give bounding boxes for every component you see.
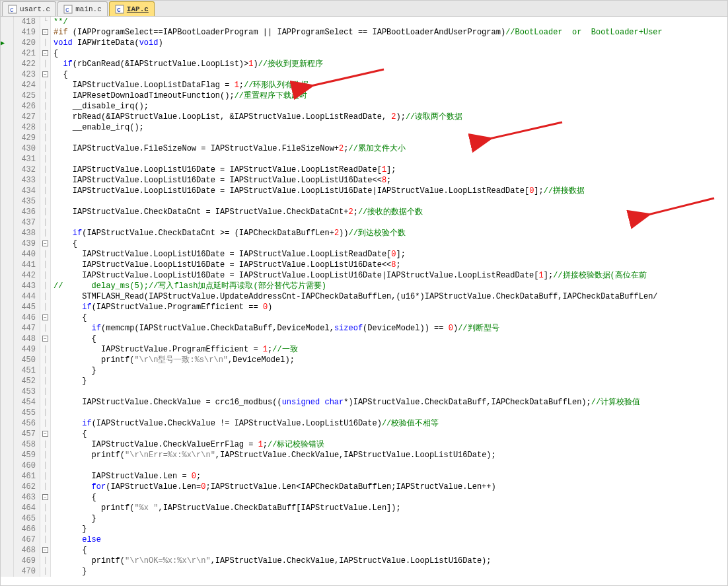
fold-gutter[interactable]: │ <box>40 143 51 154</box>
code-text[interactable]: void IAPWriteData(void) <box>51 38 727 48</box>
code-line[interactable]: 447│ if(memcmp(IAPStructValue.CheckDataB… <box>1 323 727 334</box>
fold-gutter[interactable]: │ <box>40 217 51 228</box>
code-line[interactable]: 437│ <box>1 217 727 228</box>
breakpoint-margin[interactable] <box>1 207 14 217</box>
code-text[interactable]: printf("\r\nErr=%x:%x\r\n",IAPStructValu… <box>51 450 727 460</box>
code-text[interactable]: __disable_irq(); <box>51 101 727 112</box>
code-editor[interactable]: 418└**/419−#if (IAPProgramSelect==IAPBoo… <box>1 17 727 585</box>
breakpoint-margin[interactable] <box>1 460 14 471</box>
fold-gutter[interactable]: − <box>40 429 51 439</box>
code-text[interactable]: IAPStructValue.ProgramEfficient = 1;//一致 <box>51 344 727 355</box>
code-text[interactable]: IAPStructValue.Len = 0; <box>51 471 727 482</box>
code-text[interactable] <box>51 154 727 165</box>
breakpoint-margin[interactable] <box>1 439 14 450</box>
fold-gutter[interactable]: │ <box>40 260 51 270</box>
code-text[interactable]: __enable_irq(); <box>51 122 727 133</box>
breakpoint-margin[interactable] <box>1 418 14 429</box>
fold-gutter[interactable]: − <box>40 48 51 59</box>
tab-iap[interactable]: c IAP.c <box>109 1 155 16</box>
breakpoint-margin[interactable]: ▶ <box>1 38 14 48</box>
code-text[interactable]: // delay_ms(5);//写入flash加点延时再读取(部分替代芯片需要… <box>51 281 727 291</box>
code-line[interactable]: 466│ } <box>1 524 727 534</box>
fold-gutter[interactable]: │ <box>40 439 51 450</box>
code-line[interactable]: 459│ printf("\r\nErr=%x:%x\r\n",IAPStruc… <box>1 450 727 460</box>
fold-minus-icon[interactable]: − <box>42 547 48 553</box>
breakpoint-margin[interactable] <box>1 91 14 101</box>
code-line[interactable]: 448− { <box>1 334 727 344</box>
fold-gutter[interactable]: │ <box>40 386 51 397</box>
code-line[interactable]: 462│ for(IAPStructValue.Len=0;IAPStructV… <box>1 482 727 492</box>
code-line[interactable]: 443│// delay_ms(5);//写入flash加点延时再读取(部分替代… <box>1 281 727 291</box>
code-text[interactable]: for(IAPStructValue.Len=0;IAPStructValue.… <box>51 482 727 492</box>
fold-gutter[interactable]: │ <box>40 196 51 207</box>
code-text[interactable]: printf("\r\nOK=%x:%x\r\n",IAPStructValue… <box>51 556 727 566</box>
code-line[interactable]: 427│ rbRead(&IAPStructValue.LoopList, &I… <box>1 112 727 122</box>
breakpoint-margin[interactable] <box>1 334 14 344</box>
code-line[interactable]: 426│ __disable_irq(); <box>1 101 727 112</box>
code-text[interactable]: } <box>51 376 727 386</box>
tab-usart[interactable]: c usart.c <box>2 1 56 16</box>
tab-main[interactable]: c main.c <box>57 1 108 16</box>
breakpoint-margin[interactable] <box>1 556 14 566</box>
breakpoint-margin[interactable] <box>1 376 14 386</box>
code-text[interactable] <box>51 408 727 418</box>
fold-gutter[interactable]: │ <box>40 112 51 122</box>
fold-gutter[interactable]: │ <box>40 80 51 91</box>
code-line[interactable]: 439− { <box>1 238 727 249</box>
fold-gutter[interactable]: └ <box>40 17 51 27</box>
breakpoint-margin[interactable] <box>1 133 14 143</box>
code-line[interactable]: 434│ IAPStructValue.LoopListU16Date = IA… <box>1 186 727 196</box>
fold-gutter[interactable]: │ <box>40 482 51 492</box>
fold-gutter[interactable]: │ <box>40 524 51 534</box>
breakpoint-margin[interactable] <box>1 281 14 291</box>
breakpoint-margin[interactable] <box>1 482 14 492</box>
code-text[interactable]: IAPStructValue.FileSizeNow = IAPStructVa… <box>51 143 727 154</box>
code-line[interactable]: 465│ } <box>1 513 727 524</box>
code-line[interactable]: 435│ <box>1 196 727 207</box>
code-text[interactable]: IAPStructValue.LoopListU16Date = IAPStru… <box>51 260 727 270</box>
breakpoint-margin[interactable] <box>1 513 14 524</box>
fold-gutter[interactable]: − <box>40 238 51 249</box>
code-line[interactable]: 468− { <box>1 545 727 556</box>
breakpoint-margin[interactable] <box>1 492 14 503</box>
code-line[interactable]: 460│ <box>1 460 727 471</box>
code-text[interactable]: { <box>51 238 727 249</box>
breakpoint-margin[interactable] <box>1 228 14 238</box>
fold-gutter[interactable]: │ <box>40 281 51 291</box>
code-text[interactable]: rbRead(&IAPStructValue.LoopList, &IAPStr… <box>51 112 727 122</box>
code-text[interactable]: #if (IAPProgramSelect==IAPBootLoaderProg… <box>51 27 727 38</box>
breakpoint-margin[interactable] <box>1 503 14 513</box>
code-text[interactable]: else <box>51 534 727 545</box>
code-text[interactable]: STMFLASH_Read(IAPStructValue.UpdateAddre… <box>51 291 727 302</box>
fold-gutter[interactable]: │ <box>40 270 51 281</box>
breakpoint-margin[interactable] <box>1 355 14 365</box>
code-text[interactable]: **/ <box>51 17 727 27</box>
code-line[interactable]: 418└**/ <box>1 17 727 27</box>
fold-gutter[interactable]: │ <box>40 91 51 101</box>
code-text[interactable]: { <box>51 334 727 344</box>
fold-gutter[interactable]: │ <box>40 450 51 460</box>
fold-gutter[interactable]: │ <box>40 376 51 386</box>
fold-gutter[interactable]: │ <box>40 101 51 112</box>
code-text[interactable]: IAPStructValue.LoopListU16Date = IAPStru… <box>51 186 727 196</box>
breakpoint-margin[interactable] <box>1 524 14 534</box>
fold-gutter[interactable]: │ <box>40 513 51 524</box>
fold-gutter[interactable]: │ <box>40 302 51 312</box>
fold-gutter[interactable]: │ <box>40 344 51 355</box>
code-line[interactable]: 464│ printf("%x ",IAPStructValue.CheckDa… <box>1 503 727 513</box>
code-line[interactable]: 438│ if(IAPStructValue.CheckDataCnt >= (… <box>1 228 727 238</box>
breakpoint-margin[interactable] <box>1 196 14 207</box>
breakpoint-margin[interactable] <box>1 165 14 175</box>
code-line[interactable]: 425│ IAPResetDownloadTimeoutFunction();/… <box>1 91 727 101</box>
code-text[interactable]: } <box>51 524 727 534</box>
code-line[interactable]: 431│ <box>1 154 727 165</box>
code-text[interactable]: } <box>51 513 727 524</box>
fold-gutter[interactable]: │ <box>40 249 51 260</box>
breakpoint-margin[interactable] <box>1 323 14 334</box>
code-text[interactable]: } <box>51 365 727 376</box>
breakpoint-margin[interactable] <box>1 408 14 418</box>
code-line[interactable]: 457− { <box>1 429 727 439</box>
breakpoint-margin[interactable] <box>1 112 14 122</box>
code-text[interactable]: if(IAPStructValue.CheckValue != IAPStruc… <box>51 418 727 429</box>
breakpoint-margin[interactable] <box>1 217 14 228</box>
